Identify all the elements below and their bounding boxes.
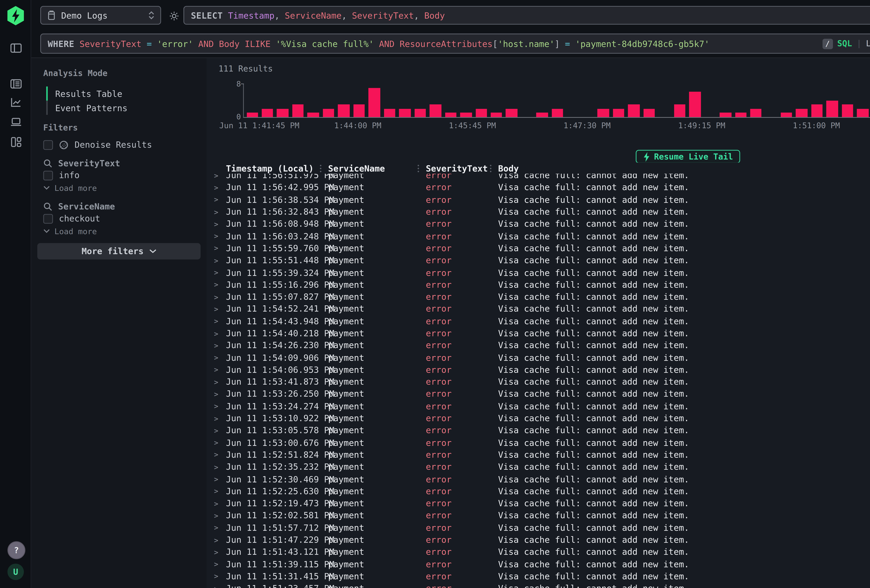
row-expand-chevron-icon[interactable]: > bbox=[214, 390, 226, 398]
column-header-timestamp[interactable]: Timestamp (Local) bbox=[226, 163, 328, 173]
histogram-bar[interactable] bbox=[827, 100, 838, 117]
table-row[interactable]: > Jun 11 1:54:43.948 PM payment error Vi… bbox=[207, 315, 870, 327]
row-expand-chevron-icon[interactable]: > bbox=[214, 353, 226, 362]
row-expand-chevron-icon[interactable]: > bbox=[214, 487, 226, 495]
row-expand-chevron-icon[interactable]: > bbox=[214, 378, 226, 386]
histogram-bar[interactable] bbox=[353, 104, 365, 117]
histogram-bar[interactable] bbox=[506, 109, 517, 117]
table-row[interactable]: > Jun 11 1:56:38.534 PM payment error Vi… bbox=[207, 194, 870, 206]
histogram-bar[interactable] bbox=[720, 113, 731, 117]
filter-group-title[interactable]: ServiceName bbox=[58, 201, 115, 212]
histogram-bar[interactable] bbox=[430, 104, 441, 117]
sql-toggle[interactable]: SQL bbox=[837, 39, 852, 49]
source-select[interactable]: Demo Logs bbox=[40, 6, 161, 25]
column-drag-handle[interactable] bbox=[418, 164, 419, 172]
table-row[interactable]: > Jun 11 1:51:43.121 PM payment error Vi… bbox=[207, 546, 870, 558]
row-expand-chevron-icon[interactable]: > bbox=[214, 536, 226, 544]
histogram-bar[interactable] bbox=[368, 88, 380, 117]
row-expand-chevron-icon[interactable]: > bbox=[214, 329, 226, 337]
row-expand-chevron-icon[interactable]: > bbox=[214, 414, 226, 423]
more-filters-button[interactable]: More filters bbox=[37, 243, 201, 259]
table-row[interactable]: > Jun 11 1:54:26.230 PM payment error Vi… bbox=[207, 339, 870, 351]
histogram-bar[interactable] bbox=[338, 104, 350, 117]
histogram-bar[interactable] bbox=[597, 109, 609, 117]
table-row[interactable]: > Jun 11 1:56:08.948 PM payment error Vi… bbox=[207, 218, 870, 230]
row-expand-chevron-icon[interactable]: > bbox=[214, 293, 226, 301]
load-more-severitytext[interactable]: Load more bbox=[43, 182, 199, 194]
table-row[interactable]: > Jun 11 1:51:31.415 PM payment error Vi… bbox=[207, 570, 870, 582]
histogram-bar[interactable] bbox=[536, 113, 548, 117]
histogram-bar[interactable] bbox=[399, 109, 411, 117]
search-logs-icon[interactable] bbox=[9, 77, 22, 90]
histogram-bar[interactable] bbox=[475, 109, 487, 117]
histogram-bar[interactable] bbox=[552, 109, 563, 117]
histogram-bar[interactable] bbox=[460, 113, 472, 117]
row-expand-chevron-icon[interactable]: > bbox=[214, 220, 226, 228]
histogram-bar[interactable] bbox=[307, 113, 319, 117]
sidebar-item-results-table[interactable]: Results Table bbox=[46, 86, 199, 101]
select-query-input[interactable]: SELECT Timestamp, ServiceName, SeverityT… bbox=[183, 6, 870, 25]
row-expand-chevron-icon[interactable]: > bbox=[214, 195, 226, 204]
table-row[interactable]: > Jun 11 1:51:47.229 PM payment error Vi… bbox=[207, 534, 870, 546]
table-row[interactable]: > Jun 11 1:54:09.906 PM payment error Vi… bbox=[207, 351, 870, 364]
filter-group-title[interactable]: SeverityText bbox=[58, 158, 120, 168]
row-expand-chevron-icon[interactable]: > bbox=[214, 572, 226, 581]
row-expand-chevron-icon[interactable]: > bbox=[214, 511, 226, 520]
row-expand-chevron-icon[interactable]: > bbox=[214, 208, 226, 216]
table-row[interactable]: > Jun 11 1:52:19.473 PM payment error Vi… bbox=[207, 497, 870, 509]
row-expand-chevron-icon[interactable]: > bbox=[214, 451, 226, 459]
histogram-bar[interactable] bbox=[384, 109, 395, 117]
table-row[interactable]: > Jun 11 1:55:07.827 PM payment error Vi… bbox=[207, 291, 870, 303]
row-expand-chevron-icon[interactable]: > bbox=[214, 524, 226, 532]
row-expand-chevron-icon[interactable]: > bbox=[214, 305, 226, 313]
user-avatar[interactable]: U bbox=[7, 564, 24, 580]
row-expand-chevron-icon[interactable]: > bbox=[214, 232, 226, 240]
table-row[interactable]: > Jun 11 1:53:26.250 PM payment error Vi… bbox=[207, 388, 870, 400]
denoise-results-option[interactable]: Denoise Results bbox=[43, 138, 199, 151]
table-row[interactable]: > Jun 11 1:51:23.457 PM payment error Vi… bbox=[207, 582, 870, 588]
table-row[interactable]: > Jun 11 1:52:25.630 PM payment error Vi… bbox=[207, 485, 870, 497]
table-row[interactable]: > Jun 11 1:54:52.241 PM payment error Vi… bbox=[207, 303, 870, 315]
row-expand-chevron-icon[interactable]: > bbox=[214, 268, 226, 277]
chart-explorer-icon[interactable] bbox=[9, 95, 22, 109]
table-row[interactable]: > Jun 11 1:53:00.676 PM payment error Vi… bbox=[207, 436, 870, 449]
filter-option-checkout[interactable]: checkout bbox=[43, 213, 199, 225]
histogram-bar[interactable] bbox=[613, 109, 624, 117]
lucene-toggle[interactable]: Lucene bbox=[866, 39, 870, 49]
sidebar-item-event-patterns[interactable]: Event Patterns bbox=[46, 101, 199, 115]
table-row[interactable]: > Jun 11 1:51:39.115 PM payment error Vi… bbox=[207, 558, 870, 570]
row-expand-chevron-icon[interactable]: > bbox=[214, 317, 226, 325]
histogram-bar[interactable] bbox=[781, 113, 792, 117]
toggle-sidebar-icon[interactable] bbox=[9, 41, 22, 54]
where-query-input[interactable]: WHERE SeverityText = 'error' AND Body IL… bbox=[40, 34, 870, 54]
row-expand-chevron-icon[interactable]: > bbox=[214, 256, 226, 264]
help-button[interactable]: ? bbox=[7, 541, 25, 559]
source-settings-button[interactable] bbox=[167, 9, 180, 22]
row-expand-chevron-icon[interactable]: > bbox=[214, 402, 226, 410]
column-header-servicename[interactable]: ServiceName bbox=[328, 163, 426, 173]
row-expand-chevron-icon[interactable]: > bbox=[214, 366, 226, 374]
filter-option-info[interactable]: info bbox=[43, 169, 199, 181]
row-expand-chevron-icon[interactable]: > bbox=[214, 244, 226, 252]
row-expand-chevron-icon[interactable]: > bbox=[214, 341, 226, 350]
histogram-bar[interactable] bbox=[689, 92, 700, 117]
histogram-bar[interactable] bbox=[414, 109, 426, 117]
denoise-checkbox[interactable] bbox=[43, 140, 53, 150]
histogram-bar[interactable] bbox=[491, 113, 502, 117]
table-row[interactable]: > Jun 11 1:55:59.760 PM payment error Vi… bbox=[207, 242, 870, 255]
histogram-bar[interactable] bbox=[735, 113, 746, 117]
info-checkbox[interactable] bbox=[43, 170, 53, 180]
table-row[interactable]: > Jun 11 1:54:06.953 PM payment error Vi… bbox=[207, 363, 870, 376]
histogram-bar[interactable] bbox=[857, 109, 869, 117]
resume-live-tail-button[interactable]: Resume Live Tail bbox=[635, 150, 740, 163]
table-row[interactable]: > Jun 11 1:52:30.469 PM payment error Vi… bbox=[207, 473, 870, 485]
row-expand-chevron-icon[interactable]: > bbox=[214, 426, 226, 435]
table-row[interactable]: > Jun 11 1:56:42.995 PM payment error Vi… bbox=[207, 182, 870, 194]
histogram-bar[interactable] bbox=[277, 109, 289, 117]
table-row[interactable]: > Jun 11 1:54:40.218 PM payment error Vi… bbox=[207, 327, 870, 339]
column-header-severitytext[interactable]: SeverityText bbox=[426, 163, 498, 173]
histogram-bar[interactable] bbox=[750, 109, 761, 117]
table-row[interactable]: > Jun 11 1:56:03.248 PM payment error Vi… bbox=[207, 230, 870, 242]
column-header-body[interactable]: Body bbox=[498, 163, 870, 173]
dashboards-icon[interactable] bbox=[9, 135, 22, 148]
